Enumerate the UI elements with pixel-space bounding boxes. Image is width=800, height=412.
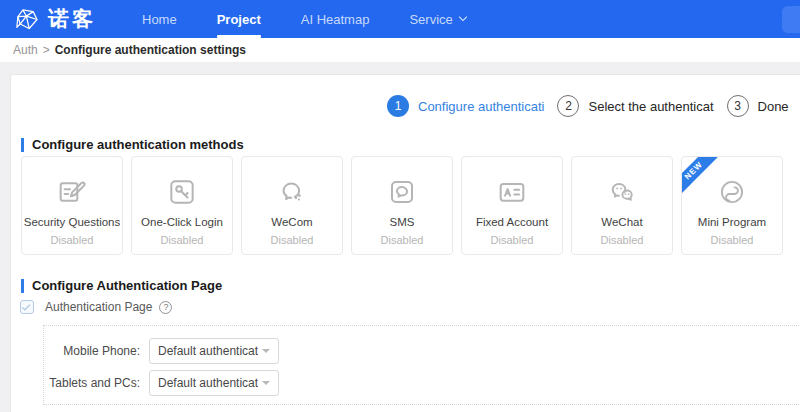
chevron-down-icon — [262, 381, 270, 385]
method-card-fixed-account[interactable]: Fixed Account Disabled — [461, 156, 563, 255]
method-card-title: Fixed Account — [462, 216, 562, 228]
method-card-wecom[interactable]: WeCom Disabled — [241, 156, 343, 255]
authentication-page-settings: Mobile Phone: Default authenticatio... T… — [43, 325, 800, 405]
page-section-header: Configure Authentication Page — [21, 278, 222, 293]
breadcrumb-separator: > — [43, 43, 50, 57]
logo-text: 诺客 — [48, 5, 96, 33]
chevron-down-icon — [459, 13, 467, 21]
method-card-status: Disabled — [682, 234, 782, 246]
tablets-pcs-field-row: Tablets and PCs: Default authenticatio..… — [44, 370, 279, 396]
method-card-mini-program[interactable]: NEW Mini Program Disabled — [681, 156, 783, 255]
tablets-pcs-select-value: Default authenticatio... — [158, 376, 258, 390]
step-2: 2 Select the authenticat — [557, 95, 713, 117]
methods-section-header: Configure authentication methods — [21, 137, 244, 152]
authentication-page-checkbox[interactable] — [20, 300, 34, 314]
check-icon — [22, 302, 30, 310]
nav-home-label: Home — [142, 12, 177, 27]
authentication-page-label: Authentication Page — [45, 300, 152, 314]
wechat-icon — [572, 176, 672, 212]
method-card-status: Disabled — [242, 234, 342, 246]
section-accent-bar — [21, 138, 24, 152]
method-card-title: WeChat — [572, 216, 672, 228]
method-card-title: One-Click Login — [132, 216, 232, 228]
method-card-title: SMS — [352, 216, 452, 228]
step-1-circle: 1 — [387, 95, 409, 117]
nav-item-ai-heatmap[interactable]: AI Heatmap — [301, 0, 370, 38]
app-logo[interactable]: 诺客 — [14, 5, 96, 33]
nav-item-home[interactable]: Home — [142, 0, 177, 38]
section-accent-bar — [21, 279, 24, 293]
nav-item-service[interactable]: Service — [409, 0, 465, 38]
wecom-icon — [242, 176, 342, 212]
method-card-status: Disabled — [352, 234, 452, 246]
method-cards: Security Questions Disabled One-Click Lo… — [21, 156, 783, 255]
step-3-label: Done — [758, 99, 789, 114]
mobile-phone-select-value: Default authenticatio... — [158, 344, 258, 358]
step-indicator: 1 Configure authenticati 2 Select the au… — [387, 95, 789, 117]
method-card-status: Disabled — [572, 234, 672, 246]
step-3-circle: 3 — [727, 95, 749, 117]
logo-gem-icon — [14, 6, 41, 33]
chevron-down-icon — [262, 349, 270, 353]
mobile-phone-select[interactable]: Default authenticatio... — [149, 338, 279, 364]
tablets-pcs-select[interactable]: Default authenticatio... — [149, 370, 279, 396]
method-card-one-click-login[interactable]: One-Click Login Disabled — [131, 156, 233, 255]
mini-program-icon — [682, 176, 782, 212]
page-title: Configure authentication settings — [55, 43, 246, 57]
fixed-account-icon — [462, 176, 562, 212]
help-icon[interactable]: ? — [159, 301, 172, 314]
page-section-title: Configure Authentication Page — [32, 278, 222, 293]
mobile-phone-field-row: Mobile Phone: Default authenticatio... — [44, 338, 279, 364]
step-2-label: Select the authenticat — [588, 99, 713, 114]
step-1-label: Configure authenticati — [418, 99, 544, 114]
authentication-page-row: Authentication Page ? — [20, 300, 172, 314]
topbar-right-button[interactable] — [782, 6, 800, 33]
method-card-sms[interactable]: SMS Disabled — [351, 156, 453, 255]
step-3: 3 Done — [727, 95, 789, 117]
step-2-circle: 2 — [557, 95, 579, 117]
nav-ai-heatmap-label: AI Heatmap — [301, 12, 370, 27]
method-card-status: Disabled — [132, 234, 232, 246]
breadcrumb-parent[interactable]: Auth — [13, 43, 38, 57]
tablets-pcs-label: Tablets and PCs: — [44, 370, 140, 396]
content-panel: 1 Configure authenticati 2 Select the au… — [10, 74, 800, 412]
method-card-status: Disabled — [22, 234, 122, 246]
method-card-title: Security Questions — [22, 216, 122, 228]
nav-project-label: Project — [217, 12, 261, 27]
step-1: 1 Configure authenticati — [387, 95, 544, 117]
breadcrumb: Auth > Configure authentication settings — [0, 38, 800, 62]
security-questions-icon — [22, 176, 122, 212]
method-card-title: WeCom — [242, 216, 342, 228]
one-click-login-icon — [132, 176, 232, 212]
nav-item-project[interactable]: Project — [217, 0, 261, 38]
top-nav-bar: 诺客 Home Project AI Heatmap Service — [0, 0, 800, 38]
mobile-phone-label: Mobile Phone: — [44, 338, 140, 364]
sms-icon — [352, 176, 452, 212]
main-nav: Home Project AI Heatmap Service — [142, 0, 466, 38]
methods-section-title: Configure authentication methods — [32, 137, 244, 152]
method-card-security-questions[interactable]: Security Questions Disabled — [21, 156, 123, 255]
method-card-wechat[interactable]: WeChat Disabled — [571, 156, 673, 255]
method-card-title: Mini Program — [682, 216, 782, 228]
nav-service-label: Service — [409, 12, 452, 27]
method-card-status: Disabled — [462, 234, 562, 246]
